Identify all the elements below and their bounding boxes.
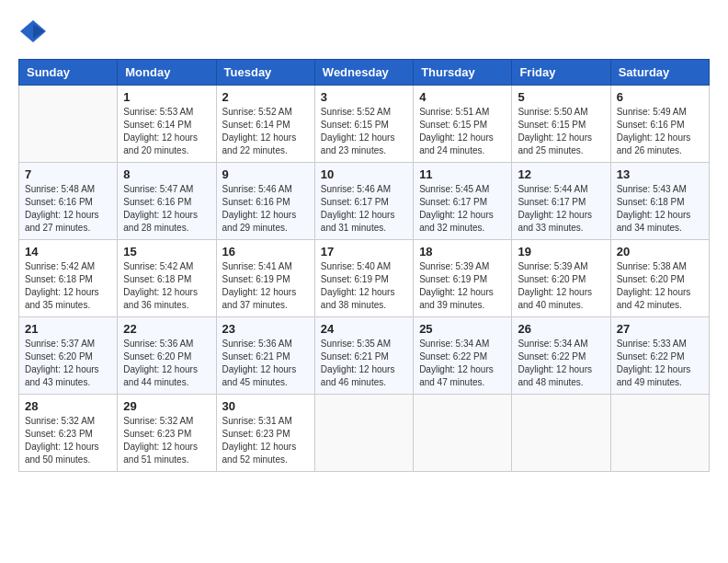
day-info: Sunrise: 5:43 AM Sunset: 6:18 PM Dayligh…	[617, 183, 703, 235]
day-number: 9	[222, 167, 309, 181]
day-info: Sunrise: 5:46 AM Sunset: 6:17 PM Dayligh…	[321, 183, 407, 235]
day-number: 12	[518, 167, 604, 181]
calendar-header-row: SundayMondayTuesdayWednesdayThursdayFrid…	[19, 60, 710, 86]
day-number: 22	[123, 322, 210, 336]
day-number: 18	[419, 245, 506, 259]
day-info: Sunrise: 5:36 AM Sunset: 6:21 PM Dayligh…	[222, 338, 309, 389]
day-number: 3	[321, 90, 407, 104]
day-info: Sunrise: 5:37 AM Sunset: 6:20 PM Dayligh…	[25, 338, 111, 389]
day-info: Sunrise: 5:42 AM Sunset: 6:18 PM Dayligh…	[123, 260, 210, 312]
day-of-week-header: Tuesday	[216, 60, 314, 86]
calendar-cell: 18Sunrise: 5:39 AM Sunset: 6:19 PM Dayli…	[414, 240, 512, 317]
day-number: 7	[25, 167, 111, 181]
day-info: Sunrise: 5:39 AM Sunset: 6:19 PM Dayligh…	[419, 260, 506, 312]
day-number: 11	[419, 167, 506, 181]
day-info: Sunrise: 5:45 AM Sunset: 6:17 PM Dayligh…	[419, 183, 506, 235]
day-info: Sunrise: 5:44 AM Sunset: 6:17 PM Dayligh…	[518, 183, 604, 235]
day-info: Sunrise: 5:40 AM Sunset: 6:19 PM Dayligh…	[321, 260, 407, 312]
day-number: 25	[419, 322, 506, 336]
day-of-week-header: Saturday	[610, 60, 709, 86]
calendar-cell: 24Sunrise: 5:35 AM Sunset: 6:21 PM Dayli…	[314, 317, 413, 395]
calendar-cell: 19Sunrise: 5:39 AM Sunset: 6:20 PM Dayli…	[512, 240, 610, 317]
calendar-week-row: 21Sunrise: 5:37 AM Sunset: 6:20 PM Dayli…	[19, 317, 710, 395]
day-of-week-header: Monday	[118, 60, 216, 86]
day-info: Sunrise: 5:34 AM Sunset: 6:22 PM Dayligh…	[518, 338, 604, 389]
day-info: Sunrise: 5:52 AM Sunset: 6:15 PM Dayligh…	[321, 106, 407, 157]
day-number: 20	[617, 245, 703, 259]
calendar-cell: 1Sunrise: 5:53 AM Sunset: 6:14 PM Daylig…	[118, 86, 216, 163]
page-header	[18, 18, 710, 44]
day-number: 24	[321, 322, 407, 336]
day-number: 17	[321, 245, 407, 259]
calendar-week-row: 7Sunrise: 5:48 AM Sunset: 6:16 PM Daylig…	[19, 163, 710, 240]
calendar-cell: 22Sunrise: 5:36 AM Sunset: 6:20 PM Dayli…	[118, 317, 216, 395]
calendar-cell: 8Sunrise: 5:47 AM Sunset: 6:16 PM Daylig…	[118, 163, 216, 240]
logo-icon	[18, 18, 48, 44]
calendar-cell: 21Sunrise: 5:37 AM Sunset: 6:20 PM Dayli…	[19, 317, 118, 395]
calendar-cell	[314, 395, 413, 472]
day-number: 16	[222, 245, 309, 259]
day-info: Sunrise: 5:53 AM Sunset: 6:14 PM Dayligh…	[123, 106, 210, 157]
day-of-week-header: Wednesday	[314, 60, 413, 86]
day-info: Sunrise: 5:35 AM Sunset: 6:21 PM Dayligh…	[321, 338, 407, 389]
day-info: Sunrise: 5:36 AM Sunset: 6:20 PM Dayligh…	[123, 338, 210, 389]
day-number: 23	[222, 322, 309, 336]
day-number: 10	[321, 167, 407, 181]
calendar-cell: 15Sunrise: 5:42 AM Sunset: 6:18 PM Dayli…	[118, 240, 216, 317]
day-number: 21	[25, 322, 111, 336]
calendar-cell	[19, 86, 118, 163]
day-number: 19	[518, 245, 604, 259]
day-info: Sunrise: 5:48 AM Sunset: 6:16 PM Dayligh…	[25, 183, 111, 235]
calendar-cell: 14Sunrise: 5:42 AM Sunset: 6:18 PM Dayli…	[19, 240, 118, 317]
calendar-cell: 28Sunrise: 5:32 AM Sunset: 6:23 PM Dayli…	[19, 395, 118, 472]
calendar-cell: 5Sunrise: 5:50 AM Sunset: 6:15 PM Daylig…	[512, 86, 610, 163]
calendar-cell: 10Sunrise: 5:46 AM Sunset: 6:17 PM Dayli…	[314, 163, 413, 240]
day-info: Sunrise: 5:49 AM Sunset: 6:16 PM Dayligh…	[617, 106, 703, 157]
day-number: 8	[123, 167, 210, 181]
day-number: 2	[222, 90, 309, 104]
calendar-week-row: 28Sunrise: 5:32 AM Sunset: 6:23 PM Dayli…	[19, 395, 710, 472]
calendar-cell: 20Sunrise: 5:38 AM Sunset: 6:20 PM Dayli…	[610, 240, 709, 317]
logo	[18, 18, 53, 44]
day-info: Sunrise: 5:33 AM Sunset: 6:22 PM Dayligh…	[617, 338, 703, 389]
calendar-week-row: 1Sunrise: 5:53 AM Sunset: 6:14 PM Daylig…	[19, 86, 710, 163]
day-number: 29	[123, 399, 210, 413]
calendar-week-row: 14Sunrise: 5:42 AM Sunset: 6:18 PM Dayli…	[19, 240, 710, 317]
day-info: Sunrise: 5:32 AM Sunset: 6:23 PM Dayligh…	[25, 415, 111, 466]
day-info: Sunrise: 5:46 AM Sunset: 6:16 PM Dayligh…	[222, 183, 309, 235]
day-info: Sunrise: 5:42 AM Sunset: 6:18 PM Dayligh…	[25, 260, 111, 312]
calendar-table: SundayMondayTuesdayWednesdayThursdayFrid…	[18, 59, 710, 472]
calendar-cell: 17Sunrise: 5:40 AM Sunset: 6:19 PM Dayli…	[314, 240, 413, 317]
day-number: 27	[617, 322, 703, 336]
calendar-cell: 7Sunrise: 5:48 AM Sunset: 6:16 PM Daylig…	[19, 163, 118, 240]
calendar-cell: 12Sunrise: 5:44 AM Sunset: 6:17 PM Dayli…	[512, 163, 610, 240]
day-info: Sunrise: 5:31 AM Sunset: 6:23 PM Dayligh…	[222, 415, 309, 466]
calendar-cell: 30Sunrise: 5:31 AM Sunset: 6:23 PM Dayli…	[216, 395, 314, 472]
calendar-cell: 9Sunrise: 5:46 AM Sunset: 6:16 PM Daylig…	[216, 163, 314, 240]
calendar-cell: 16Sunrise: 5:41 AM Sunset: 6:19 PM Dayli…	[216, 240, 314, 317]
day-number: 4	[419, 90, 506, 104]
calendar-cell: 3Sunrise: 5:52 AM Sunset: 6:15 PM Daylig…	[314, 86, 413, 163]
calendar-cell: 13Sunrise: 5:43 AM Sunset: 6:18 PM Dayli…	[610, 163, 709, 240]
day-number: 14	[25, 245, 111, 259]
calendar-cell: 4Sunrise: 5:51 AM Sunset: 6:15 PM Daylig…	[414, 86, 512, 163]
calendar-cell: 29Sunrise: 5:32 AM Sunset: 6:23 PM Dayli…	[118, 395, 216, 472]
day-info: Sunrise: 5:41 AM Sunset: 6:19 PM Dayligh…	[222, 260, 309, 312]
calendar-cell	[610, 395, 709, 472]
calendar-cell: 23Sunrise: 5:36 AM Sunset: 6:21 PM Dayli…	[216, 317, 314, 395]
calendar-cell: 25Sunrise: 5:34 AM Sunset: 6:22 PM Dayli…	[414, 317, 512, 395]
day-number: 5	[518, 90, 604, 104]
calendar-cell: 11Sunrise: 5:45 AM Sunset: 6:17 PM Dayli…	[414, 163, 512, 240]
calendar-cell	[512, 395, 610, 472]
calendar-cell: 2Sunrise: 5:52 AM Sunset: 6:14 PM Daylig…	[216, 86, 314, 163]
day-number: 28	[25, 399, 111, 413]
day-info: Sunrise: 5:47 AM Sunset: 6:16 PM Dayligh…	[123, 183, 210, 235]
day-number: 26	[518, 322, 604, 336]
day-of-week-header: Thursday	[414, 60, 512, 86]
calendar-cell	[414, 395, 512, 472]
day-of-week-header: Friday	[512, 60, 610, 86]
calendar-cell: 26Sunrise: 5:34 AM Sunset: 6:22 PM Dayli…	[512, 317, 610, 395]
day-number: 15	[123, 245, 210, 259]
day-number: 30	[222, 399, 309, 413]
day-info: Sunrise: 5:52 AM Sunset: 6:14 PM Dayligh…	[222, 106, 309, 157]
